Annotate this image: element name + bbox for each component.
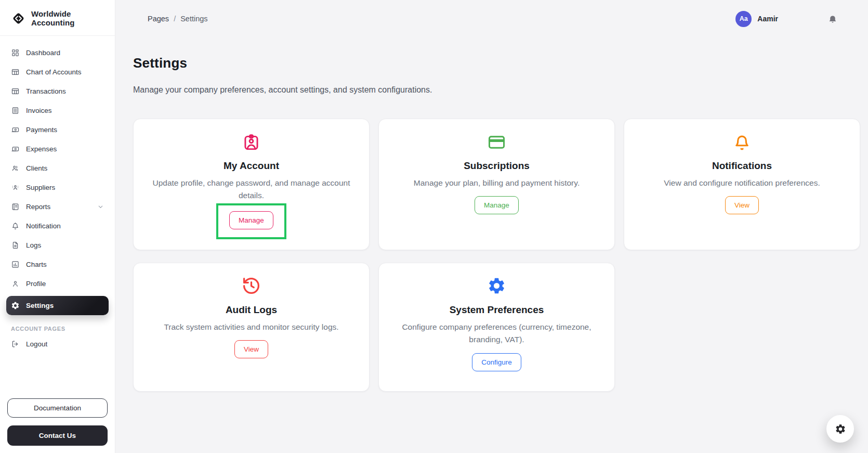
invoice-icon [11,106,20,115]
file-icon [11,241,20,250]
gear-icon [835,423,846,435]
sidebar-item-logs[interactable]: Logs [6,236,109,255]
brand-name: Worldwide Accounting [31,9,108,27]
banknote-icon [11,125,20,134]
annotation-highlight-box: Manage [216,203,286,239]
divider [0,35,115,36]
credit-card-icon [487,132,506,152]
system-preferences-configure-button[interactable]: Configure [472,353,521,371]
notifications-bell-icon[interactable] [828,14,837,23]
chevron-down-icon [97,203,104,210]
card-title: System Preferences [450,304,544,316]
settings-cards-grid: My Account Update profile, change passwo… [133,119,860,392]
contact-us-button[interactable]: Contact Us [7,425,108,446]
audit-logs-view-button[interactable]: View [234,340,268,358]
gear-icon [11,301,20,310]
sidebar-bottom: Documentation Contact Us [0,398,115,453]
sidebar: Worldwide Accounting Dashboard Chart of … [0,0,115,453]
sidebar-item-clients[interactable]: Clients [6,159,109,178]
avatar[interactable]: Aa [735,11,752,27]
subscriptions-manage-button[interactable]: Manage [475,196,519,214]
brand-logo-icon [11,11,25,25]
account-pages-section-label: ACCOUNT PAGES [6,318,109,334]
sidebar-item-profile[interactable]: Profile [6,274,109,293]
breadcrumb-pages[interactable]: Pages [148,15,169,23]
user-area: Aa Aamir [735,11,837,27]
bell-icon [11,222,20,230]
user-name: Aamir [757,15,778,23]
card-description: Track system activities and monitor secu… [164,321,338,333]
sidebar-item-invoices[interactable]: Invoices [6,101,109,120]
sidebar-item-expenses[interactable]: Expenses [6,139,109,159]
sidebar-item-payments[interactable]: Payments [6,120,109,139]
sidebar-item-logout[interactable]: Logout [6,334,109,354]
brand: Worldwide Accounting [0,0,115,34]
card-title: Notifications [712,160,772,172]
id-badge-icon [242,132,261,152]
breadcrumb-current: Settings [180,15,207,23]
card-audit-logs: Audit Logs Track system activities and m… [133,263,370,392]
sidebar-item-settings[interactable]: Settings [6,296,109,315]
bar-chart-icon [11,260,20,269]
user-group-icon [11,183,20,192]
gear-icon [487,276,506,296]
banknote-icon [11,145,20,153]
report-icon [11,202,20,211]
floating-settings-button[interactable] [826,415,854,443]
main-content: Pages / Settings Aa Aamir Settings Manag… [115,0,868,453]
sidebar-item-notification[interactable]: Notification [6,216,109,236]
card-title: Subscriptions [464,160,530,172]
table-icon [11,87,20,96]
my-account-manage-button[interactable]: Manage [229,211,273,229]
card-my-account: My Account Update profile, change passwo… [133,119,370,250]
page-title: Settings [133,55,860,71]
users-icon [11,164,20,173]
card-notifications: Notifications View and configure notific… [624,119,860,250]
card-subscriptions: Subscriptions Manage your plan, billing … [378,119,615,250]
sidebar-item-suppliers[interactable]: Suppliers [6,178,109,197]
user-icon [11,279,20,288]
breadcrumb: Pages / Settings [148,15,208,23]
page-subtitle: Manage your company preferences, account… [133,85,860,95]
sidebar-item-chart-of-accounts[interactable]: Chart of Accounts [6,62,109,82]
sidebar-item-charts[interactable]: Charts [6,255,109,274]
table-icon [11,68,20,76]
card-description: View and configure notification preferen… [664,177,820,189]
sidebar-item-dashboard[interactable]: Dashboard [6,43,109,62]
bell-icon [732,132,752,152]
card-description: Configure company preferences (currency,… [393,321,600,346]
sidebar-nav: Dashboard Chart of Accounts Transactions… [0,40,115,354]
card-description: Update profile, change password, and man… [148,177,354,202]
breadcrumb-separator: / [174,15,176,23]
sidebar-item-transactions[interactable]: Transactions [6,82,109,101]
card-title: Audit Logs [226,304,277,316]
card-system-preferences: System Preferences Configure company pre… [378,263,615,392]
dashboard-icon [11,48,20,57]
sidebar-item-reports[interactable]: Reports [6,197,109,216]
history-icon [242,276,261,296]
logout-icon [11,340,20,348]
card-title: My Account [223,160,279,172]
topbar: Pages / Settings Aa Aamir [133,8,860,29]
notifications-view-button[interactable]: View [725,196,759,214]
card-description: Manage your plan, billing and payment hi… [414,177,580,189]
documentation-button[interactable]: Documentation [7,398,108,418]
